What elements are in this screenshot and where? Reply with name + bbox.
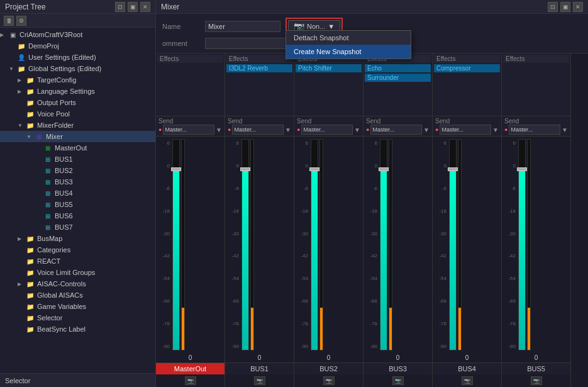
effect-tag[interactable]: Surrounder xyxy=(365,74,431,82)
tree-item-bus1[interactable]: ⊞ BUS1 xyxy=(0,154,155,165)
channel-camera-icon-bus2[interactable]: 📷 xyxy=(323,376,335,385)
tree-label-outputports: Output Ports xyxy=(37,99,76,106)
level-bar-bus1 xyxy=(250,139,254,351)
effect-tag[interactable]: I3DL2 Reverb xyxy=(226,64,292,72)
send-box-bus3[interactable]: Master... xyxy=(370,125,422,135)
channel-send-bus3: Send ● Master... ▼ xyxy=(363,116,432,137)
tree-item-selector[interactable]: 📁 Selector xyxy=(0,312,155,323)
tree-label-bus5: BUS5 xyxy=(55,201,73,208)
dropdown-item-create[interactable]: Create New Snapshot xyxy=(286,45,411,59)
tree-item-bus3[interactable]: ⊞ BUS3 xyxy=(0,176,155,188)
send-box-bus2[interactable]: Master... xyxy=(301,125,353,135)
channel-fader-masterout: 60-6-18-30-42-54-66-78-90 xyxy=(156,137,225,353)
effects-label-bus4: Effects xyxy=(434,55,500,63)
tree-label-voicepool: Voice Pool xyxy=(37,110,70,118)
mixer-icon-2[interactable]: ▣ xyxy=(560,2,570,12)
send-box-bus5[interactable]: Master... xyxy=(509,125,560,135)
dropdown-item-detach[interactable]: Dettach Snapshot xyxy=(286,31,411,45)
tree-icon-selector: 📁 xyxy=(25,313,35,323)
tree-item-globalaisacs[interactable]: 📁 Global AISACs xyxy=(0,289,155,301)
fader-bar-bus3[interactable] xyxy=(380,139,387,351)
send-box-masterout[interactable]: Master... xyxy=(163,125,214,135)
send-arrow-bus4: ▼ xyxy=(492,126,499,133)
name-label: Name xyxy=(162,23,200,30)
tree-label-react: REACT xyxy=(37,257,60,265)
tree-item-voicepool[interactable]: 📁 Voice Pool xyxy=(0,108,155,120)
mixer-icon-1[interactable]: ⊡ xyxy=(548,2,558,12)
sidebar-close-icon[interactable]: ✕ xyxy=(140,2,150,12)
channel-bus3: Effects EchoSurrounder Send ● Master... … xyxy=(363,53,433,387)
comment-label: omment xyxy=(162,40,200,47)
tree-item-targetconfig[interactable]: ▶ 📁 TargetConfig xyxy=(0,74,155,86)
tree-item-root[interactable]: ▶ ▣ CriAtomCraftV3Root xyxy=(0,29,155,40)
tree-item-voicelimit[interactable]: 📁 Voice Limit Groups xyxy=(0,267,155,278)
channel-bottom-icons-bus3: 📷 xyxy=(363,374,432,387)
tree-item-bus5[interactable]: ⊞ BUS5 xyxy=(0,199,155,210)
tree-item-globalsettings[interactable]: ▼ 📁 Global Settings (Edited) xyxy=(0,63,155,74)
tree-label-targetconfig: TargetConfig xyxy=(37,76,76,84)
mixer-name-row: Name 📷 Non... ▼ Dettach SnapshotCreate N… xyxy=(162,18,582,35)
fader-scale-bus5: 60-6-18-30-42-54-66-78-90 xyxy=(503,139,516,351)
app-container: Project Tree ⊡ ▣ ✕ 🗑 ⚙ ▶ ▣ CriAtomCraftV… xyxy=(0,0,588,387)
gear-icon[interactable]: ⚙ xyxy=(16,16,26,26)
fader-bar-bus5[interactable] xyxy=(518,139,526,351)
tree-item-bus7[interactable]: ⊞ BUS7 xyxy=(0,222,155,233)
tree-item-outputports[interactable]: 📁 Output Ports xyxy=(0,97,155,108)
channel-camera-icon-masterout[interactable]: 📷 xyxy=(185,376,196,385)
tree-item-bus4[interactable]: ⊞ BUS4 xyxy=(0,188,155,199)
fader-bar-bus4[interactable] xyxy=(449,139,457,351)
tree-item-masterout[interactable]: ⊞ MasterOut xyxy=(0,142,155,154)
channel-camera-icon-bus5[interactable]: 📷 xyxy=(531,376,542,385)
tree-label-bus3: BUS3 xyxy=(55,178,73,186)
tree-item-languagesettings[interactable]: ▶ 📁 Language Settings xyxy=(0,86,155,97)
sidebar-icon-2[interactable]: ▣ xyxy=(128,2,138,12)
sidebar-content: ▶ ▣ CriAtomCraftV3Root 📁 DemoProj 👤 User… xyxy=(0,28,155,373)
tree-item-gamevariables[interactable]: 📁 Game Variables xyxy=(0,301,155,312)
channel-camera-icon-bus3[interactable]: 📷 xyxy=(392,376,404,385)
channel-bus5: Effects Send ● Master... ▼ 60-6-18-30-42… xyxy=(502,53,571,387)
tree-arrow: ▶ xyxy=(18,77,25,83)
effect-tag[interactable]: Compressor xyxy=(434,64,500,72)
sidebar-header: Project Tree ⊡ ▣ ✕ xyxy=(0,0,155,14)
tree-item-bus6[interactable]: ⊞ BUS6 xyxy=(0,210,155,222)
effect-tag[interactable]: Pitch Shifter xyxy=(296,64,362,72)
tree-item-beatsync[interactable]: 📁 BeatSync Label xyxy=(0,323,155,335)
tree-item-bus2[interactable]: ⊞ BUS2 xyxy=(0,165,155,176)
sidebar-title: Project Tree xyxy=(5,3,46,11)
channel-bottom-icons-bus4: 📷 xyxy=(433,374,501,387)
tree-item-react[interactable]: 📁 REACT xyxy=(0,255,155,267)
fader-bar-masterout[interactable] xyxy=(172,139,180,351)
channel-fader-bus1: 60-6-18-30-42-54-66-78-90 xyxy=(225,137,294,353)
mixer-name-input[interactable] xyxy=(205,21,280,32)
channel-name-bus2: BUS2 xyxy=(294,362,363,374)
channel-camera-icon-bus1[interactable]: 📷 xyxy=(254,376,265,385)
tree-item-aisac[interactable]: ▶ 📁 AISAC-Controls xyxy=(0,278,155,289)
channel-effects-bus4: Effects Compressor xyxy=(433,53,501,116)
tree-item-usersettings[interactable]: 👤 User Settings (Edited) xyxy=(0,52,155,63)
trash-icon[interactable]: 🗑 xyxy=(4,16,14,26)
fader-scale-masterout: 60-6-18-30-42-54-66-78-90 xyxy=(157,139,170,351)
send-row-bus4: ● Master... ▼ xyxy=(435,125,499,135)
tree-item-demoproj[interactable]: 📁 DemoProj xyxy=(0,40,155,52)
send-box-bus4[interactable]: Master... xyxy=(440,125,491,135)
effect-tag[interactable]: Echo xyxy=(365,64,431,72)
tree-icon-targetconfig: 📁 xyxy=(25,75,35,85)
channel-value-bus5: 0 xyxy=(502,353,570,362)
tree-icon-bus6: ⊞ xyxy=(43,211,53,221)
send-box-bus1[interactable]: Master... xyxy=(232,125,284,135)
tree-item-busmap[interactable]: ▶ 📁 BusMap xyxy=(0,233,155,244)
tree-item-categories[interactable]: 📁 Categories xyxy=(0,244,155,255)
sidebar-icon-1[interactable]: ⊡ xyxy=(115,2,125,12)
mixer-close-icon[interactable]: ✕ xyxy=(573,2,583,12)
fader-bar-bus2[interactable] xyxy=(311,139,318,351)
tree-icon-bus4: ⊞ xyxy=(43,188,53,198)
tree-label-demoproj: DemoProj xyxy=(28,42,59,50)
send-icon: ● xyxy=(228,126,231,133)
channel-name-bus3: BUS3 xyxy=(363,362,432,374)
tree-label-categories: Categories xyxy=(37,246,70,254)
fader-bar-bus1[interactable] xyxy=(241,139,249,351)
tree-item-mixerfolder[interactable]: ▼ 📁 MixerFolder xyxy=(0,120,155,131)
tree-item-mixer[interactable]: ▼ ⊞ Mixer xyxy=(0,131,155,142)
channel-camera-icon-bus4[interactable]: 📷 xyxy=(462,376,473,385)
level-bar-bus5 xyxy=(527,139,531,351)
